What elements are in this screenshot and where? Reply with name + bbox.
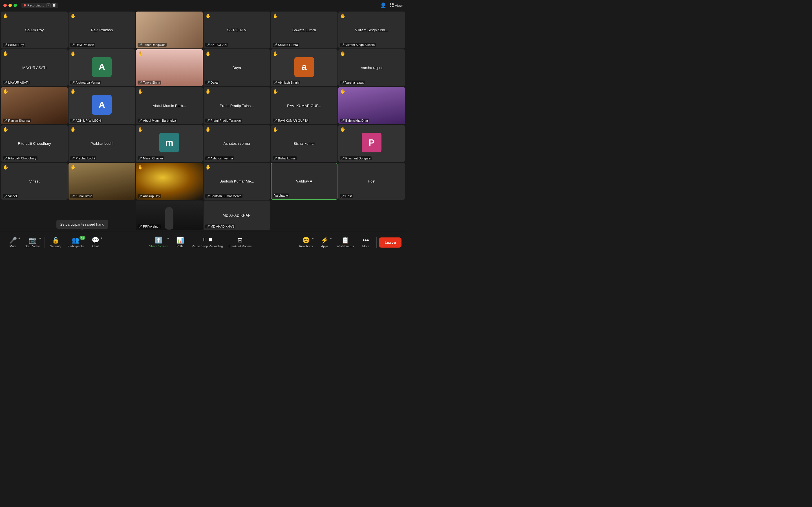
participant-name: Varsha rajput	[359, 66, 385, 70]
apps-button[interactable]: ⚡ Apps ▲	[316, 235, 333, 249]
apps-icon: ⚡	[321, 237, 328, 243]
participant-tile[interactable]: MD AHAD KHAN 🎤 MD AHAD KHAN	[204, 201, 270, 230]
chevron-up-icon[interactable]: ▲	[39, 237, 41, 239]
mic-icon: 🎤	[9, 237, 17, 243]
participant-tile[interactable]: ✋ 🎤 Ranjan Sharma	[1, 87, 68, 124]
participant-tile[interactable]: ✋ Varsha rajput 🎤 Varsha rajput	[338, 49, 405, 86]
chevron-up-icon[interactable]: ▲	[83, 237, 85, 239]
security-icon: 🔒	[52, 237, 59, 243]
raised-hand-tooltip: 28 participants raised hand	[56, 220, 108, 229]
participant-tile[interactable]: ✋ 🎤 Bahnisikha Dhar	[338, 87, 405, 124]
minimize-button[interactable]	[8, 4, 12, 7]
participant-tile[interactable]: ✋ 🎤 Kunal Titare	[68, 163, 135, 200]
participant-tile[interactable]: ✋ Prabhat Lodhi 🎤 Prabhat Lodhi	[68, 125, 135, 162]
participant-name-bottom: 🎤 SK ROHAN	[205, 43, 228, 47]
mic-slash-icon: 🎤	[206, 225, 210, 228]
participant-tile-host[interactable]: Host 🎤 Host	[338, 163, 405, 200]
more-button[interactable]: ••• More	[357, 235, 374, 249]
more-icon: •••	[363, 237, 369, 243]
participant-tile[interactable]: ✋ Santosh Kumar Me... 🎤 Santosh Kumar Me…	[204, 163, 270, 200]
mic-slash-icon: 🎤	[139, 119, 142, 122]
participant-tile[interactable]: ✋ Vineet 🎤 Vineet	[1, 163, 68, 200]
participant-tile[interactable]: ✋ Vikram Singh Siso... 🎤 Vikram Singh Si…	[338, 11, 405, 48]
participant-name-bottom: 🎤 Ritu Lalit Choudhary	[3, 156, 38, 160]
title-bar-right: 👤 View	[380, 2, 403, 8]
profile-icon[interactable]: 👤	[380, 2, 386, 8]
participant-tile[interactable]: ✋ 🎤 Taher Rangwala	[136, 11, 202, 48]
participant-name: Santosh Kumar Me...	[217, 179, 256, 183]
participant-tile[interactable]: ✋ MAYUR ASATI 🎤 MAYUR ASATI	[1, 49, 68, 86]
participant-tile[interactable]: ✋ Ritu Lalit Choudhary 🎤 Ritu Lalit Chou…	[1, 125, 68, 162]
participant-tile[interactable]: ✋ Abdul Mumin Barb... 🎤 Abdul Mumin Barb…	[136, 87, 202, 124]
raised-hand-icon: ✋	[205, 13, 211, 18]
participant-name-bottom: 🎤 Aishwarya Verma	[70, 80, 101, 84]
chevron-up-icon[interactable]: ▲	[18, 237, 20, 239]
mic-slash-icon: 🎤	[4, 43, 7, 47]
mic-slash-icon: 🎤	[139, 81, 142, 84]
participant-name-bottom: 🎤 RAVI KUMAR GUPTA	[273, 119, 310, 122]
fullscreen-button[interactable]	[13, 4, 17, 7]
participant-name-bottom: 🎤 Kunal Titare	[70, 194, 93, 198]
polls-button[interactable]: 📊 Polls	[171, 235, 188, 249]
participant-tile[interactable]: ✋ m 🎤 Mansi Chavan	[136, 125, 202, 162]
participant-name: Host	[366, 179, 378, 183]
mute-button[interactable]: 🎤 Mute ▲	[4, 235, 21, 249]
whiteboards-label: Whiteboards	[337, 244, 354, 248]
participant-name-bottom: 🎤 Abdul Mumin Barbhuiya	[138, 119, 177, 122]
participant-tile[interactable]: ✋ Bishal kumar 🎤 Bishal kumar	[271, 125, 338, 162]
whiteboards-button[interactable]: 📋 Whiteboards	[335, 235, 356, 249]
start-video-button[interactable]: 📷 Start Video ▲	[22, 235, 42, 249]
participant-tile[interactable]: ✋ a 🎤 Abhilash Singh	[271, 49, 338, 86]
mic-slash-icon: 🎤	[341, 43, 345, 47]
view-button[interactable]: View	[390, 3, 403, 8]
pause-stop-recording-button[interactable]: ⏸ ⏹ Pause/Stop Recording	[190, 235, 225, 249]
participant-tile[interactable]: ✋ Shweta Luthra 🎤 Shweta Luthra	[271, 11, 338, 48]
participant-name-bottom: 🎤 MAYUR ASATI	[3, 80, 30, 84]
mic-slash-icon: 🎤	[71, 119, 75, 122]
traffic-lights	[3, 4, 17, 7]
participants-button[interactable]: 👥 Participants 32 ▲	[65, 235, 86, 249]
chevron-up-icon[interactable]: ▲	[312, 237, 314, 239]
participant-tile[interactable]: ✋ Souvik Roy 🎤 Souvik Roy	[1, 11, 68, 48]
reactions-button[interactable]: 😊 Reactions ▲	[297, 235, 315, 249]
participant-name-bottom: 🎤 Ranjan Sharma	[3, 119, 31, 122]
leave-button[interactable]: Leave	[379, 237, 402, 247]
participant-tile[interactable]: ✋ RAVI KUMAR GUP... 🎤 RAVI KUMAR GUPTA	[271, 87, 338, 124]
stop-recording-btn[interactable]: ⬜	[52, 3, 56, 7]
breakout-rooms-button[interactable]: ⊞ Breakout Rooms	[226, 235, 254, 249]
participant-tile[interactable]: ✋ A 🎤 AGHIL P WILSON	[68, 87, 135, 124]
participant-name: Daya	[230, 66, 243, 70]
chevron-up-icon[interactable]: ▲	[167, 237, 169, 239]
participant-tile[interactable]: ✋ 🎤 Tanya Sinha	[136, 49, 202, 86]
participant-name-bottom: 🎤 Abhilash Singh	[273, 80, 300, 84]
participant-tile[interactable]: ✋ Daya 🎤 Daya	[204, 49, 270, 86]
participant-tile[interactable]: ✋ A 🎤 Aishwarya Verma	[68, 49, 135, 86]
grid-row-1: ✋ Souvik Roy 🎤 Souvik Roy ✋ Ravi Prakash…	[1, 11, 405, 48]
polls-icon: 📊	[176, 237, 184, 243]
participant-name-bottom: 🎤 PRIYA singh	[138, 224, 161, 228]
participant-tile[interactable]: ✋ P 🎤 Prashant Dongare	[338, 125, 405, 162]
participant-tile[interactable]: ✋ Ravi Prakash 🎤 Ravi Prakash	[68, 11, 135, 48]
mic-slash-icon: 🎤	[71, 81, 75, 84]
pause-recording-btn[interactable]: ⏸	[47, 3, 50, 7]
participant-tile[interactable]: ✋ SK ROHAN 🎤 SK ROHAN	[204, 11, 270, 48]
grid-row-4: ✋ Ritu Lalit Choudhary 🎤 Ritu Lalit Chou…	[1, 125, 405, 162]
share-screen-button[interactable]: ⬆️ Share Screen ▲	[147, 235, 170, 249]
chevron-up-icon[interactable]: ▲	[101, 237, 103, 239]
participant-name: Vineet	[27, 179, 42, 183]
raised-hand-icon: ✋	[205, 165, 211, 170]
chat-icon: 💬	[92, 237, 99, 243]
participant-tile-vaibhav[interactable]: Vaibhav A Vaibhav A	[271, 163, 338, 200]
participant-tile[interactable]: ✋ Praful Pradip Tulas... 🎤 Praful Pradip…	[204, 87, 270, 124]
participant-tile[interactable]: ✋ Ashutosh verma 🎤 Ashutosh verma	[204, 125, 270, 162]
chat-button[interactable]: 💬 Chat ▲	[87, 235, 104, 249]
close-button[interactable]	[3, 4, 7, 7]
security-button[interactable]: 🔒 Security	[47, 235, 64, 249]
participant-name-bottom: 🎤 Souvik Roy	[3, 43, 25, 47]
raised-hand-icon: ✋	[273, 127, 278, 132]
chevron-up-icon[interactable]: ▲	[330, 237, 332, 239]
participant-name: Bishal kumar	[291, 142, 317, 146]
participant-tile[interactable]: ✋ 🎤 Abhirup Dey	[136, 163, 202, 200]
participant-name-bottom: 🎤 AGHIL P WILSON	[70, 119, 102, 122]
participant-tile[interactable]: 🎤 PRIYA singh	[136, 201, 202, 230]
